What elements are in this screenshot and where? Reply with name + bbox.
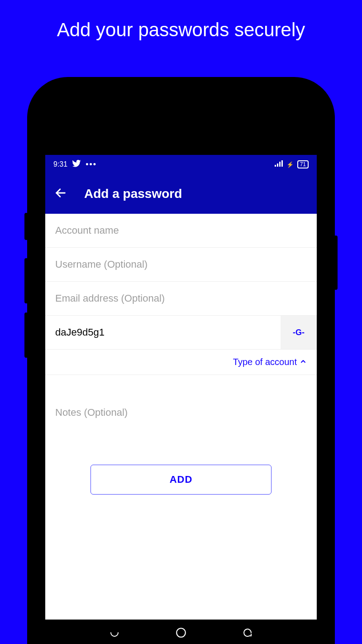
nav-back-button[interactable] [242,627,253,640]
back-button[interactable] [54,187,67,201]
side-button [24,258,28,303]
svg-rect-3 [281,160,283,167]
app-screen: 9:31 ••• ⚡ 71 Add a password [45,155,317,620]
page-title: Add a password [84,187,182,201]
arrow-left-icon [54,187,67,199]
email-input[interactable] [45,282,317,316]
add-button[interactable]: ADD [90,465,272,495]
password-input[interactable] [45,316,281,349]
signal-icon [275,160,283,168]
side-button [24,312,28,358]
charging-icon: ⚡ [286,161,294,168]
nav-recent-button[interactable] [109,627,120,640]
type-label: Type of account [233,357,297,367]
svg-point-5 [176,628,186,637]
side-button [24,213,28,240]
username-input[interactable] [45,248,317,282]
add-password-form: -G- Type of account ADD [45,214,317,495]
svg-rect-1 [277,163,278,167]
nav-home-button[interactable] [175,627,187,640]
account-name-input[interactable] [45,214,317,248]
chevron-up-icon [300,357,307,367]
password-row: -G- [45,316,317,350]
battery-indicator: 71 [297,160,309,168]
svg-rect-2 [279,162,281,167]
status-time: 9:31 [53,160,67,168]
marketing-title: Add your passwords securely [0,0,362,41]
notes-input[interactable] [45,375,317,460]
generate-password-button[interactable]: -G- [281,316,317,349]
status-bar: 9:31 ••• ⚡ 71 [45,155,317,174]
twitter-icon [72,160,81,169]
android-nav-bar [45,620,317,644]
svg-rect-0 [275,165,276,167]
side-button [334,235,338,290]
type-of-account-toggle[interactable]: Type of account [45,350,317,375]
app-bar: Add a password [45,174,317,214]
more-icon: ••• [86,160,97,169]
phone-frame: 9:31 ••• ⚡ 71 Add a password [27,77,335,644]
